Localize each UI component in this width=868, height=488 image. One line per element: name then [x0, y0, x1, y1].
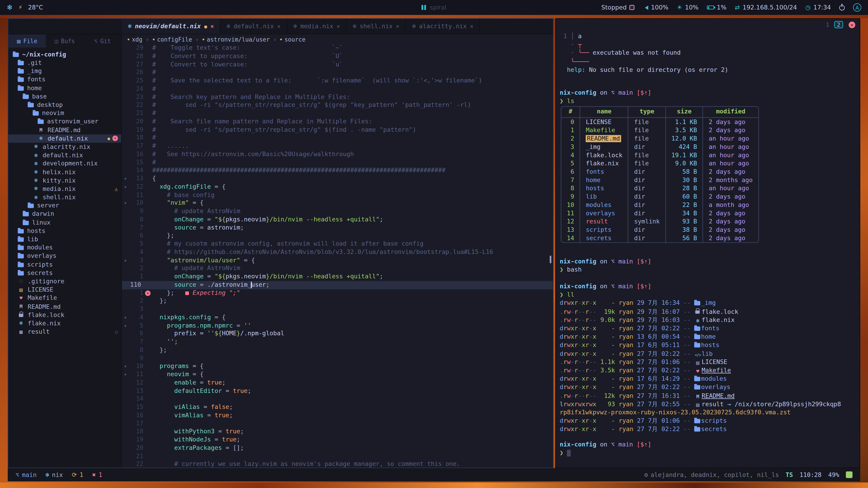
buffer-tab[interactable]: ❄shell.nix×	[346, 19, 406, 34]
code-line[interactable]: 18#	[122, 134, 553, 142]
code-line[interactable]: 4 # https://github.com/AstroNvim/AstroNv…	[122, 248, 553, 256]
git-branch[interactable]: ⌥main	[16, 471, 37, 478]
tree-item[interactable]: default.nix	[8, 151, 121, 160]
code-line[interactable]: 29# Toggle text's case: `~`	[122, 44, 553, 53]
code-line[interactable]: 1 onChange = "${pkgs.neovim}/bin/nvim --…	[122, 273, 553, 281]
file-tree-tab-bufs[interactable]: ◫Bufs	[46, 34, 84, 48]
tree-item[interactable]: development.nix	[8, 160, 121, 168]
tree-item[interactable]: desktop	[8, 101, 121, 109]
tree-item[interactable]: home	[8, 84, 121, 92]
code-line[interactable]: ▾5 programs.npm.npmrc = ''	[122, 322, 553, 330]
code-line[interactable]: 23# Search key pattern and Replace in Mu…	[122, 93, 553, 101]
tree-item[interactable]: base	[8, 92, 121, 101]
media-widget[interactable]: spiral	[422, 4, 446, 11]
close-tab-icon[interactable]: ×	[277, 23, 281, 29]
tree-item[interactable]: darwin	[8, 210, 121, 218]
clock-widget[interactable]: ◷17:34	[805, 4, 831, 11]
code-line[interactable]: 22 # currently we use lazy.nvim as neovi…	[122, 460, 553, 467]
code-line[interactable]: 27# Convert to lowercase: `u`	[122, 61, 553, 69]
tree-item[interactable]: server	[8, 201, 121, 210]
code-line[interactable]: 9	[122, 355, 553, 363]
code-line[interactable]: 15 viAlias = false;	[122, 403, 553, 412]
code-line[interactable]: ▾11 neovim = {	[122, 371, 553, 379]
brightness-widget[interactable]: ☀10%	[677, 4, 699, 11]
terminal-tab-2[interactable]: 2	[834, 21, 843, 28]
code-line[interactable]: 14######################################…	[122, 167, 553, 175]
code-line[interactable]: 24#	[122, 85, 553, 93]
code-line[interactable]: 19 withNodeJs = true;	[122, 436, 553, 444]
code-line[interactable]: ▾13{	[122, 175, 553, 183]
tree-item[interactable]: flake.lock	[8, 311, 121, 319]
code-line[interactable]: ▾12 xdg.configFile = {	[122, 183, 553, 191]
close-window-icon[interactable]: ×	[848, 21, 855, 28]
tree-item[interactable]: _img	[8, 67, 121, 75]
code-line[interactable]: 8 };	[122, 346, 553, 354]
breadcrumb-item[interactable]: ▪configFile	[153, 36, 192, 42]
close-tab-icon[interactable]: ×	[211, 23, 214, 29]
tree-item[interactable]: .git	[8, 59, 121, 67]
tree-item[interactable]: kitty.nix	[8, 176, 121, 185]
code-line[interactable]: 14	[122, 395, 553, 403]
code-area[interactable]: 29# Toggle text's case: `~`28# Convert t…	[122, 44, 553, 467]
code-line[interactable]: 15#	[122, 159, 553, 167]
power-icon[interactable]	[839, 5, 845, 10]
tree-item[interactable]: scripts	[8, 260, 121, 269]
close-tab-icon[interactable]: ×	[396, 23, 399, 29]
code-line[interactable]: 21	[122, 452, 553, 460]
tree-item[interactable]: lib	[8, 235, 121, 243]
breadcrumb-item[interactable]: ▪astronvim/lua/user	[202, 36, 270, 42]
tree-item[interactable]: .gitignore	[8, 277, 121, 286]
tree-item[interactable]: secrets	[8, 269, 121, 277]
tree-item[interactable]: LICENSE	[8, 286, 121, 294]
terminal-tab-1[interactable]: 1	[824, 22, 831, 28]
editor-pane[interactable]: ▪xdg›▪configFile›▪astronvim/lua/user›▪so…	[122, 34, 553, 468]
code-line[interactable]: 2 };	[122, 297, 553, 305]
file-tree-tab-git[interactable]: ⌥Git	[84, 34, 121, 48]
tree-item[interactable]: Makefile	[8, 294, 121, 302]
code-line[interactable]: 1✕ }; ■ Expecting ";"	[122, 289, 553, 297]
code-line[interactable]: 6 prefix = ''${HOME}/.npm-global	[122, 330, 553, 338]
code-line[interactable]: 13 defaultEditor = true;	[122, 387, 553, 395]
tree-item[interactable]: shell.nix	[8, 193, 121, 201]
tree-item[interactable]: default.nix●✕	[8, 134, 121, 142]
tree-item[interactable]: overlays	[8, 252, 121, 260]
tree-item[interactable]: alacritty.nix	[8, 143, 121, 151]
terminal-output[interactable]: 1 │ a · ┬ · ╰── executable was not found…	[556, 19, 860, 467]
code-line[interactable]: ▾4 nixpkgs.config = {	[122, 314, 553, 322]
code-line[interactable]: 12 enable = true;	[122, 379, 553, 387]
tree-item[interactable]: helix.nix	[8, 168, 121, 176]
code-line[interactable]: 19# sed -ri "s/pattern_str/replace_str/g…	[122, 126, 553, 134]
code-line[interactable]: 20 extraPackages = [];	[122, 444, 553, 452]
code-line[interactable]: 8 onChange = "${pkgs.neovim}/bin/nvim --…	[122, 216, 553, 224]
nix-logo-icon[interactable]: ❄	[6, 3, 13, 12]
close-tab-icon[interactable]: ×	[470, 23, 473, 29]
tree-item[interactable]: README.md	[8, 126, 121, 134]
code-line[interactable]: 21#	[122, 109, 553, 118]
terminal-window[interactable]: 12× 1 │ a · ┬ · ╰── executable was not f…	[555, 18, 860, 468]
breadcrumb-item[interactable]: ▪source	[280, 36, 305, 42]
code-line[interactable]: 26#	[122, 69, 553, 77]
code-line[interactable]: 110 source = ./astronvim_user;	[122, 281, 553, 289]
code-line[interactable]: ▾3 "astronvim/lua/user" = {	[122, 256, 553, 265]
code-line[interactable]: 17# ......	[122, 142, 553, 150]
code-line[interactable]: 22# sed -ri "s/pattern_str/replace_str/g…	[122, 101, 553, 109]
buffer-tab[interactable]: ❄media.nix×	[287, 19, 347, 34]
tree-item[interactable]: modules	[8, 243, 121, 252]
code-line[interactable]: 6 };	[122, 232, 553, 240]
scrollbar-marker[interactable]	[550, 256, 551, 263]
buffer-tab[interactable]: ❄default.nix×	[220, 19, 287, 34]
recording-status[interactable]: Stopped	[601, 4, 634, 11]
tree-item[interactable]: README.md	[8, 302, 121, 311]
code-line[interactable]: 20# Search file name pattern and Replace…	[122, 118, 553, 126]
code-line[interactable]: 11 # base config	[122, 191, 553, 199]
code-line[interactable]: 9 # update AstroNvim	[122, 207, 553, 216]
avatar[interactable]: A	[853, 3, 862, 12]
code-line[interactable]: 18 withPython3 = true;	[122, 428, 553, 436]
tree-item[interactable]: linux	[8, 218, 121, 227]
code-line[interactable]: 17	[122, 420, 553, 428]
tree-item[interactable]: fonts	[8, 75, 121, 84]
volume-widget[interactable]: 100%	[643, 4, 669, 11]
code-line[interactable]: 7 source = astronvim;	[122, 224, 553, 232]
tree-item[interactable]: hosts	[8, 227, 121, 235]
breadcrumb-item[interactable]: ▪xdg	[127, 36, 143, 42]
